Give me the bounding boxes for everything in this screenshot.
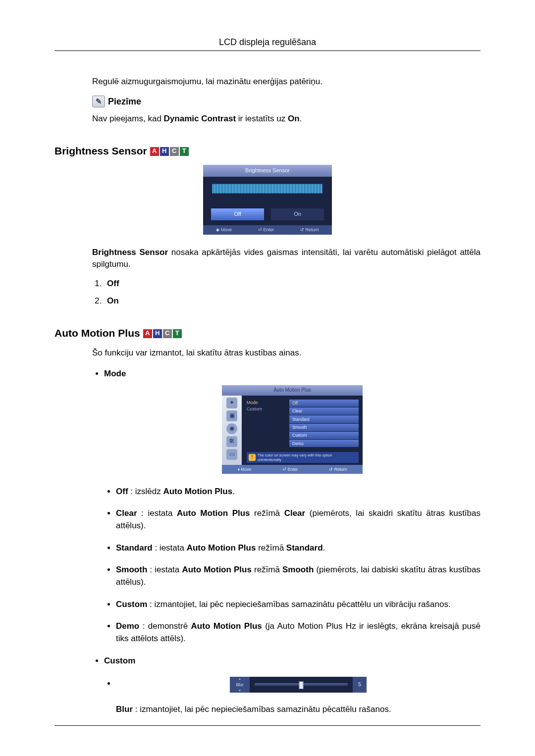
blur-slider-label: Blur — [230, 677, 250, 693]
osd2-options: Off Clear Standard Smooth Custom Demo — [289, 400, 359, 448]
list-item: Off : izslēdz Auto Motion Plus. — [116, 486, 481, 498]
list-item-custom: Custom Blur 5 Blur : izmantojiet, lai pē… — [104, 655, 481, 716]
badge-a-icon: A — [143, 329, 152, 338]
custom-sub-list: Blur 5 Blur : izmantojiet, lai pēc nepie… — [104, 677, 481, 716]
badge-t-icon: T — [173, 329, 182, 338]
blur-slider-track — [255, 683, 348, 686]
list-item: On — [104, 295, 481, 307]
osd-brightness-sensor: Brightness Sensor Off On ◆ Move ⏎ Enter … — [203, 165, 332, 235]
badge-h-icon: H — [153, 329, 162, 338]
display-icon: ▭ — [226, 449, 237, 460]
badge-h-icon: H — [160, 147, 169, 156]
blur-slider-handle — [299, 681, 304, 689]
mode-label: Mode — [104, 369, 126, 378]
brightness-sensor-description: Brightness Sensor nosaka apkārtējās vide… — [92, 247, 481, 271]
badge-a-icon: A — [150, 147, 159, 156]
blur-slider-value: 5 — [353, 677, 367, 693]
osd2-warning-text: The color on screen may vary with this o… — [258, 453, 357, 462]
picture-icon: ▣ — [226, 410, 237, 421]
osd2-move-hint: ♦ Move — [238, 466, 252, 472]
osd-buttons: Off On — [203, 206, 332, 225]
osd2-option-clear: Clear — [289, 407, 359, 415]
list-item: Blur 5 Blur : izmantojiet, lai pēc nepie… — [116, 677, 481, 716]
custom-label: Custom — [104, 656, 135, 665]
osd-off-button: Off — [211, 208, 264, 220]
brightness-sensor-heading: Brightness Sensor A H C T — [54, 144, 481, 158]
gear-icon: ◉ — [226, 423, 237, 434]
osd-footer: ◆ Move ⏎ Enter ↺ Return — [203, 225, 332, 235]
list-item: Clear : iestata Auto Motion Plus režīmā … — [116, 507, 481, 532]
blur-description: Blur : izmantojiet, lai pēc nepieciešamī… — [116, 704, 481, 716]
source-badges: A H C T — [143, 329, 182, 338]
osd-on-button: On — [271, 208, 324, 220]
note-row: ✎ Piezīme — [92, 95, 481, 108]
badge-t-icon: T — [180, 147, 189, 156]
pencil-note-icon: ✎ — [92, 96, 105, 107]
osd2-body: ✦ ▣ ◉ 🛠 ▭ Mode Custom — [222, 396, 363, 465]
osd-body — [203, 177, 332, 206]
footer-rule — [54, 725, 481, 726]
page-title: LCD displeja regulēšana — [54, 36, 481, 51]
amp-intro: Šo funkciju var izmantot, lai skatītu āt… — [92, 347, 481, 359]
osd2-return-hint: ↺ Return — [329, 466, 347, 472]
osd2-option-demo: Demo — [289, 440, 359, 447]
list-item: Standard : iestata Auto Motion Plus režī… — [116, 542, 481, 554]
amp-top-list: Mode Auto Motion Plus ✦ ▣ ◉ 🛠 ▭ — [92, 368, 481, 715]
osd2-option-custom: Custom — [289, 432, 359, 439]
badge-c-icon: C — [163, 329, 172, 338]
osd2-title: Auto Motion Plus — [222, 385, 363, 396]
osd2-left-rail: ✦ ▣ ◉ 🛠 ▭ — [222, 396, 242, 465]
list-item: Off — [104, 278, 481, 290]
palette-icon: ✦ — [226, 398, 237, 408]
osd2-enter-hint: ⏎ Enter — [282, 466, 298, 472]
mode-options-list: Off : izslēdz Auto Motion Plus. Clear : … — [104, 486, 481, 645]
list-item: Smooth : iestata Auto Motion Plus režīmā… — [116, 564, 481, 588]
osd-title: Brightness Sensor — [203, 165, 332, 177]
tools-icon: 🛠 — [226, 436, 237, 447]
osd-brightness-bar — [212, 184, 323, 194]
backlight-intro: Regulē aizmugurgaismojumu, lai mazinātu … — [92, 76, 481, 88]
osd2-footer: ♦ Move ⏎ Enter ↺ Return — [222, 465, 363, 473]
osd2-custom-label: Custom — [247, 406, 286, 412]
osd-move-hint: ◆ Move — [216, 227, 232, 233]
osd-enter-hint: ⏎ Enter — [258, 227, 274, 233]
osd-blur-slider: Blur 5 — [230, 677, 367, 693]
osd2-warning-row: ! The color on screen may vary with this… — [247, 452, 359, 463]
osd2-mode-label: Mode — [247, 400, 286, 406]
osd2-option-standard: Standard — [289, 415, 359, 423]
warning-icon: ! — [249, 454, 256, 461]
list-item: Custom : izmantojiet, lai pēc nepiecieša… — [116, 599, 481, 611]
brightness-sensor-options-list: Off On — [92, 278, 481, 307]
list-item-mode: Mode Auto Motion Plus ✦ ▣ ◉ 🛠 ▭ — [104, 368, 481, 645]
osd-return-hint: ↺ Return — [300, 227, 319, 233]
source-badges: A H C T — [150, 147, 189, 156]
note-text: Nav pieejams, kad Dynamic Contrast ir ie… — [92, 113, 481, 125]
list-item: Demo : demonstrē Auto Motion Plus (ja Au… — [116, 620, 481, 645]
page: LCD displeja regulēšana Regulē aizmugurg… — [0, 0, 535, 756]
osd-auto-motion-plus: Auto Motion Plus ✦ ▣ ◉ 🛠 ▭ Mo — [222, 385, 363, 474]
badge-c-icon: C — [170, 147, 179, 156]
osd2-option-off: Off — [289, 400, 359, 407]
osd2-option-smooth: Smooth — [289, 424, 359, 431]
auto-motion-plus-heading: Auto Motion Plus A H C T — [54, 326, 481, 341]
note-label: Piezīme — [108, 95, 141, 108]
